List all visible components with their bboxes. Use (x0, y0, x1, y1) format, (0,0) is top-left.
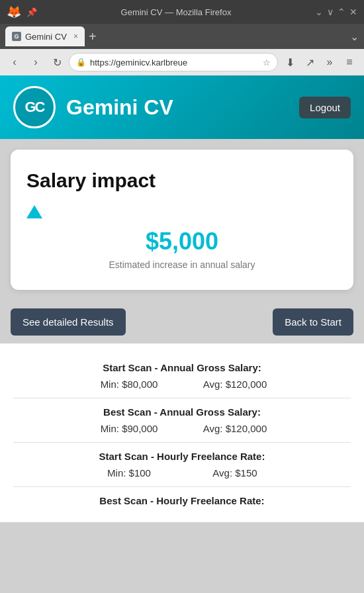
close-icon[interactable]: ✕ (349, 7, 357, 17)
start-salary-title: Start Scan - Annual Gross Salary: (13, 362, 351, 373)
site-header: GC Gemini CV Logout (0, 75, 364, 139)
title-bar: 🦊 📌 Gemini CV — Mozilla Firefox ⌄ ∨ ⌃ ✕ (0, 0, 364, 24)
window-controls: ⌄ ∨ ⌃ ✕ (315, 7, 357, 17)
logo-container: GC (13, 86, 56, 128)
start-salary-row: Min: $80,000 Avg: $120,000 (13, 379, 351, 390)
nav-bar: ‹ › ↻ 🔒 https://geminicv.karlbreue ☆ ⬇ ↗… (0, 49, 364, 75)
tab-label: Gemini CV (25, 32, 67, 42)
results-section: Start Scan - Annual Gross Salary: Min: $… (0, 343, 364, 522)
salary-amount: $5,000 (26, 228, 338, 255)
bookmark-icon[interactable]: ☆ (263, 58, 271, 68)
pin-icon[interactable]: 📌 (26, 7, 37, 17)
restore-icon[interactable]: ⌃ (338, 7, 345, 17)
url-text: https://geminicv.karlbreue (90, 58, 187, 68)
tab-favicon: G (12, 32, 21, 41)
card-title: Salary impact (26, 169, 338, 192)
window-title: Gemini CV — Mozilla Firefox (42, 7, 310, 17)
divider-2 (13, 442, 351, 443)
increase-triangle-icon (26, 205, 42, 218)
start-salary-min: Min: $80,000 (89, 379, 169, 390)
reload-button[interactable]: ↻ (48, 53, 66, 71)
share-button[interactable]: ↗ (300, 53, 319, 71)
logo-text: GC (25, 99, 44, 116)
divider-1 (13, 398, 351, 398)
maximize-icon[interactable]: ∨ (327, 7, 334, 17)
nav-right-buttons: ⬇ ↗ » ≡ (281, 53, 359, 71)
menu-button[interactable]: ≡ (340, 53, 359, 71)
tab-list-icon[interactable]: ⌄ (350, 30, 359, 43)
forward-button[interactable]: › (26, 53, 45, 71)
start-salary-avg: Avg: $120,000 (195, 379, 275, 390)
site-title: Gemini CV (66, 95, 289, 120)
more-tools-button[interactable]: » (320, 53, 339, 71)
minimize-icon[interactable]: ⌄ (315, 7, 323, 17)
action-bar: See detailed Results Back to Start (0, 300, 364, 343)
best-salary-title: Best Scan - Annual Gross Salary: (13, 406, 351, 418)
firefox-icon: 🦊 (7, 5, 21, 19)
best-salary-min: Min: $90,000 (89, 423, 169, 434)
start-freelance-title: Start Scan - Hourly Freelance Rate: (13, 451, 351, 462)
logo-circle: GC (13, 86, 56, 128)
tab-bar: G Gemini CV × + ⌄ (0, 24, 364, 49)
start-freelance-min: Min: $100 (89, 467, 169, 479)
page-content: GC Gemini CV Logout Salary impact $5,000… (0, 75, 364, 593)
lock-icon: 🔒 (76, 58, 86, 67)
back-to-start-button[interactable]: Back to Start (273, 308, 353, 336)
see-detailed-results-button[interactable]: See detailed Results (11, 308, 126, 336)
address-bar[interactable]: 🔒 https://geminicv.karlbreue ☆ (69, 53, 278, 71)
back-button[interactable]: ‹ (5, 53, 24, 71)
divider-3 (13, 486, 351, 487)
best-salary-row: Min: $90,000 Avg: $120,000 (13, 423, 351, 434)
logout-button[interactable]: Logout (299, 97, 351, 118)
start-freelance-avg: Avg: $150 (195, 467, 275, 479)
salary-label: Estimated increase in annual salary (26, 259, 338, 270)
start-freelance-row: Min: $100 Avg: $150 (13, 467, 351, 479)
best-freelance-title: Best Scan - Hourly Freelance Rate: (13, 495, 351, 506)
tab-close-button[interactable]: × (73, 32, 78, 41)
best-salary-avg: Avg: $120,000 (195, 423, 275, 434)
active-tab[interactable]: G Gemini CV × (5, 26, 85, 46)
download-button[interactable]: ⬇ (281, 53, 299, 71)
new-tab-button[interactable]: + (89, 30, 97, 43)
salary-card: Salary impact $5,000 Estimated increase … (11, 150, 353, 290)
